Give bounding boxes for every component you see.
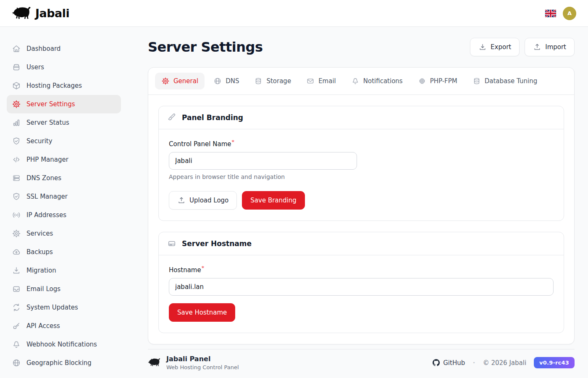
sync-icon (12, 303, 21, 312)
key-icon (12, 321, 21, 331)
bars-icon (12, 118, 21, 127)
tab-label: Database Tuning (485, 77, 537, 85)
sidebar-nav: DashboardUsersHosting PackagesServer Set… (0, 27, 128, 378)
tab-notifications[interactable]: Notifications (345, 73, 409, 89)
code-icon (12, 155, 21, 164)
db-icon (472, 77, 481, 85)
sidebar-item-label: Geographic Blocking (26, 359, 92, 367)
gear-icon (12, 229, 21, 238)
sidebar-item-services[interactable]: Services (7, 224, 121, 243)
user-avatar[interactable]: A (563, 7, 576, 20)
tab-label: Storage (266, 77, 291, 85)
shield-icon (12, 136, 21, 146)
sidebar-item-label: DNS Zones (26, 174, 61, 182)
chip-icon (418, 77, 426, 85)
version-badge: v0.9-rc43 (534, 357, 575, 368)
tab-label: General (173, 77, 198, 85)
sidebar-item-label: Email Logs (26, 285, 60, 293)
tab-label: Email (318, 77, 336, 85)
db-icon (254, 77, 262, 85)
sidebar-item-dns-zones[interactable]: DNS Zones (7, 169, 121, 187)
main-content: Server Settings Export Import GeneralDNS… (128, 27, 588, 378)
sidebar-item-label: Users (26, 63, 44, 71)
download-icon (478, 43, 487, 51)
export-button[interactable]: Export (470, 38, 520, 56)
globe-icon (12, 358, 21, 368)
sidebar-item-geographic-blocking[interactable]: Geographic Blocking (7, 354, 121, 372)
sidebar-item-label: Migration (26, 267, 56, 274)
broadcast-icon (12, 210, 21, 220)
panel-branding-section: Panel Branding Control Panel Name* Appea… (158, 106, 564, 221)
sidebar-item-label: PHP Manager (26, 156, 68, 163)
language-flag-icon[interactable] (545, 10, 556, 17)
required-asterisk: * (231, 139, 234, 145)
brand-name: Jabali (35, 7, 69, 20)
export-label: Export (491, 43, 511, 51)
github-icon (433, 359, 440, 366)
boar-logo-icon (12, 5, 31, 21)
cloud-up-icon (12, 247, 21, 257)
sidebar-item-php-manager[interactable]: PHP Manager (7, 150, 121, 169)
footer-separator: • (472, 360, 475, 365)
server-hostname-section: Server Hostname Hostname* Save Hostname (158, 232, 564, 333)
globe-icon (213, 77, 222, 85)
control-panel-name-input[interactable] (169, 152, 357, 170)
tab-storage[interactable]: Storage (248, 73, 297, 89)
tab-email[interactable]: Email (300, 73, 342, 89)
bell-icon (12, 340, 21, 349)
hostname-input[interactable] (169, 278, 554, 296)
sidebar-item-security[interactable]: Security (7, 132, 121, 150)
gear-icon (12, 100, 21, 109)
upload-logo-button[interactable]: Upload Logo (169, 191, 237, 210)
tab-general[interactable]: General (155, 73, 205, 89)
sidebar-item-label: Server Status (26, 119, 69, 126)
sidebar-item-label: Server Settings (26, 100, 75, 108)
save-hostname-button[interactable]: Save Hostname (169, 303, 235, 322)
boar-logo-icon (148, 357, 160, 368)
sidebar-item-label: Dashboard (26, 45, 60, 52)
sidebar-item-server-status[interactable]: Server Status (7, 113, 121, 132)
sidebar-item-label: Services (26, 230, 53, 237)
sidebar-item-email-logs[interactable]: Email Logs (7, 280, 121, 298)
sidebar-item-backups[interactable]: Backups (7, 243, 121, 261)
upload-icon (177, 196, 186, 205)
tab-label: PHP-FPM (430, 77, 457, 85)
sidebar-item-label: IP Addresses (26, 211, 66, 219)
import-button[interactable]: Import (525, 38, 575, 56)
sidebar-item-server-settings[interactable]: Server Settings (7, 95, 121, 113)
inbox-icon (12, 284, 21, 294)
sidebar-item-api-access[interactable]: API Access (7, 317, 121, 335)
sidebar-item-hosting-packages[interactable]: Hosting Packages (7, 76, 121, 95)
sidebar-item-ip-addresses[interactable]: IP Addresses (7, 206, 121, 224)
sidebar-item-label: Hosting Packages (26, 82, 82, 89)
sidebar-item-migration[interactable]: Migration (7, 261, 121, 280)
settings-tabs: GeneralDNSStorageEmailNotificationsPHP-F… (148, 68, 574, 95)
sidebar-item-users[interactable]: Users (7, 58, 121, 76)
required-asterisk: * (202, 265, 205, 271)
tab-dns[interactable]: DNS (207, 73, 245, 89)
home-icon (12, 44, 21, 53)
sidebar-item-ssl-manager[interactable]: SSL Manager (7, 187, 121, 206)
upload-icon (533, 43, 541, 51)
hostname-label: Hostname* (169, 266, 204, 274)
import-label: Import (545, 43, 566, 51)
footer-brand: Jabali Panel (166, 355, 239, 363)
github-link[interactable]: GitHub (433, 359, 465, 367)
package-icon (12, 81, 21, 90)
sidebar-item-webhook-notifications[interactable]: Webhook Notifications (7, 335, 121, 354)
gear-icon (161, 77, 170, 85)
shield-icon (12, 192, 21, 201)
sidebar-item-dashboard[interactable]: Dashboard (7, 39, 121, 58)
tab-label: Notifications (363, 77, 403, 85)
page-footer: Jabali Panel Web Hosting Control Panel G… (148, 349, 575, 375)
sidebar-item-label: System Updates (26, 304, 78, 311)
footer-subtitle: Web Hosting Control Panel (166, 364, 239, 370)
app-logo[interactable]: Jabali (12, 5, 69, 21)
tab-php-fpm[interactable]: PHP-FPM (412, 73, 464, 89)
paintbrush-icon (167, 113, 176, 122)
tab-database-tuning[interactable]: Database Tuning (466, 73, 543, 89)
save-branding-button[interactable]: Save Branding (242, 191, 304, 210)
server-hostname-title: Server Hostname (182, 239, 252, 248)
sidebar-item-system-updates[interactable]: System Updates (7, 298, 121, 317)
stack-icon (12, 173, 21, 183)
